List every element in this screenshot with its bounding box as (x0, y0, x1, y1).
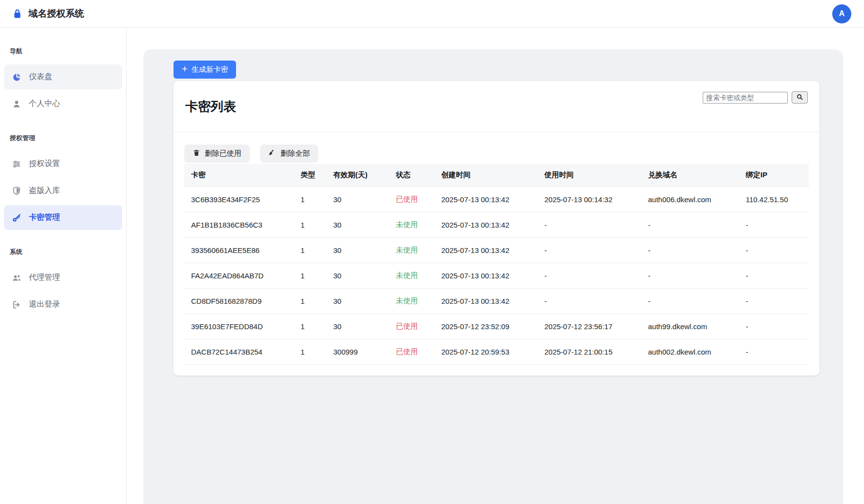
table-cell: 1 (294, 339, 326, 364)
sidebar-item-label: 授权设置 (29, 159, 60, 169)
sidebar-item-dashboard[interactable]: 仪表盘 (4, 64, 122, 89)
status-badge: 已使用 (389, 339, 434, 364)
key-icon (12, 213, 22, 223)
table-row: 39E6103E7FEDD84D130已使用2025-07-12 23:52:0… (184, 314, 809, 339)
table-cell: 30 (326, 314, 389, 339)
table-cell: - (641, 263, 739, 288)
column-header: 有效期(天) (326, 164, 389, 187)
table-cell: 110.42.51.50 (739, 187, 809, 212)
sidebar-section: 导航仪表盘个人中心 (0, 47, 126, 116)
sidebar-section-label: 系统 (10, 248, 126, 256)
column-header: 类型 (294, 164, 326, 187)
status-badge: 已使用 (389, 314, 434, 339)
column-header: 卡密 (184, 164, 294, 187)
table-cell: DACB72C14473B254 (184, 339, 294, 364)
table-cell: 1 (294, 263, 326, 288)
table-cell: 1 (294, 237, 326, 263)
sidebar-item-card-keys[interactable]: 卡密管理 (4, 205, 122, 230)
generate-key-button[interactable]: 生成新卡密 (173, 61, 236, 79)
search-bar (703, 91, 808, 104)
delete-all-label: 删除全部 (281, 149, 310, 158)
column-header: 绑定IP (739, 164, 809, 187)
card-key-table: 卡密类型有效期(天)状态创建时间使用时间兑换域名绑定IP 3C6B393E434… (184, 164, 809, 365)
sidebar-item-label: 仪表盘 (29, 72, 52, 82)
status-badge: 已使用 (389, 187, 434, 212)
generate-key-button-label: 生成新卡密 (192, 65, 228, 74)
table-cell: - (538, 212, 641, 237)
card-key-list-card: 卡密列表 删除已使用 删除全部 (173, 81, 820, 376)
trash-icon (193, 149, 200, 158)
sidebar-item-label: 退出登录 (29, 299, 60, 310)
app-brand: 域名授权系统 (12, 7, 84, 20)
table-row: 3C6B393E434F2F25130已使用2025-07-13 00:13:4… (184, 187, 809, 212)
table-cell: 2025-07-13 00:13:42 (434, 263, 538, 288)
table-cell: - (641, 212, 739, 237)
sidebar-item-piracy-store[interactable]: 盗版入库 (4, 178, 122, 203)
broom-icon (268, 149, 276, 158)
table-cell: - (641, 288, 739, 314)
table-cell: 2025-07-13 00:13:42 (434, 187, 538, 212)
table-cell: 2025-07-12 20:59:53 (434, 339, 538, 364)
shield-icon (12, 186, 22, 196)
sidebar-item-profile[interactable]: 个人中心 (4, 91, 122, 116)
table-cell: 30 (326, 288, 389, 314)
card-key-table-wrap: 卡密类型有效期(天)状态创建时间使用时间兑换域名绑定IP 3C6B393E434… (184, 164, 809, 365)
table-cell: 1 (294, 314, 326, 339)
table-cell: FA2A42EAD864AB7D (184, 263, 294, 288)
table-cell: - (538, 263, 641, 288)
sidebar-item-agents[interactable]: 代理管理 (4, 265, 122, 290)
search-button[interactable] (792, 91, 808, 104)
table-cell: - (739, 288, 809, 314)
table-cell: - (739, 237, 809, 263)
table-cell: 2025-07-13 00:14:32 (538, 187, 641, 212)
search-input[interactable] (703, 92, 788, 104)
table-cell: - (641, 237, 739, 263)
table-header-row: 卡密类型有效期(天)状态创建时间使用时间兑换域名绑定IP (184, 164, 809, 187)
table-toolbar: 删除已使用 删除全部 (184, 145, 809, 163)
delete-used-button[interactable]: 删除已使用 (184, 145, 250, 163)
table-cell: - (739, 314, 809, 339)
table-cell: 30 (326, 263, 389, 288)
table-cell: 2025-07-12 21:00:15 (538, 339, 641, 364)
avatar[interactable]: A (832, 4, 851, 23)
table-cell: 30 (326, 212, 389, 237)
table-cell: - (538, 288, 641, 314)
user-icon (12, 99, 22, 109)
table-cell: 300999 (326, 339, 389, 364)
table-cell: 2025-07-13 00:13:42 (434, 212, 538, 237)
sidebar-section: 授权管理授权设置盗版入库卡密管理 (0, 134, 126, 230)
table-cell: 393560661AEE5E86 (184, 237, 294, 263)
sidebar-section: 系统代理管理退出登录 (0, 248, 126, 317)
table-cell: 2025-07-12 23:52:09 (434, 314, 538, 339)
table-cell: 2025-07-13 00:13:42 (434, 237, 538, 263)
table-cell: 39E6103E7FEDD84D (184, 314, 294, 339)
sidebar-section-label: 导航 (10, 47, 126, 56)
table-row: FA2A42EAD864AB7D130未使用2025-07-13 00:13:4… (184, 263, 809, 288)
status-badge: 未使用 (389, 212, 434, 237)
table-cell: 3C6B393E434F2F25 (184, 187, 294, 212)
status-badge: 未使用 (389, 263, 434, 288)
table-cell: 2025-07-12 23:56:17 (538, 314, 641, 339)
main-content: 生成新卡密 卡密列表 删除已使用 (127, 28, 864, 504)
column-header: 创建时间 (434, 164, 538, 187)
table-cell: auth006.dkewl.com (641, 187, 739, 212)
app-header: 域名授权系统 A (0, 0, 864, 28)
table-cell: 1 (294, 212, 326, 237)
table-cell: 30 (326, 187, 389, 212)
table-cell: CD8DF581682878D9 (184, 288, 294, 314)
sidebar-item-logout[interactable]: 退出登录 (4, 292, 122, 317)
status-badge: 未使用 (389, 237, 434, 263)
sidebar-item-auth-settings[interactable]: 授权设置 (4, 151, 122, 176)
sidebar-item-label: 代理管理 (29, 273, 60, 283)
app-title: 域名授权系统 (28, 7, 84, 20)
table-cell: auth002.dkewl.com (641, 339, 739, 364)
users-icon (12, 273, 22, 283)
search-icon (796, 93, 803, 102)
delete-all-button[interactable]: 删除全部 (260, 145, 318, 163)
table-row: 393560661AEE5E86130未使用2025-07-13 00:13:4… (184, 237, 809, 263)
table-cell: 1 (294, 288, 326, 314)
plus-icon (181, 65, 188, 74)
sidebar-item-label: 盗版入库 (29, 186, 60, 196)
pie-chart-icon (12, 72, 22, 82)
delete-used-label: 删除已使用 (205, 149, 241, 158)
